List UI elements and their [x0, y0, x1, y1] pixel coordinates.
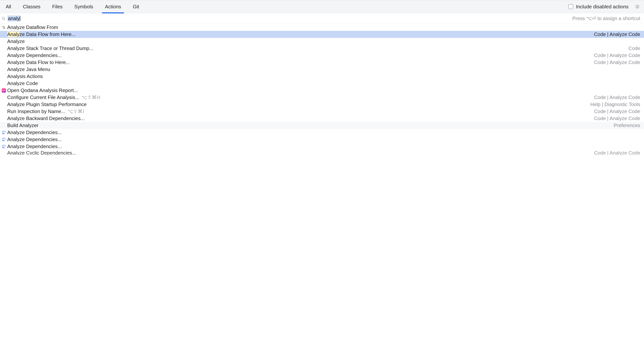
svg-rect-10: [3, 146, 4, 148]
result-row[interactable]: Analyze Stack Trace or Thread Dump...Cod…: [0, 45, 644, 52]
result-label: Analyze Dependencies...: [7, 136, 62, 142]
result-row[interactable]: Analyze Backward Dependencies...Code | A…: [0, 115, 644, 122]
result-label: Run Inspection by Name...: [7, 108, 65, 114]
result-label: Analyze Dependencies...: [7, 130, 62, 136]
svg-rect-11: [4, 147, 5, 148]
result-row[interactable]: Configure Current File Analysis...⌥⇧⌘HCo…: [0, 94, 644, 101]
result-row[interactable]: Open Qodana Analysis Report...: [0, 87, 644, 94]
qodana-icon: [2, 88, 6, 93]
pin-icon[interactable]: [634, 4, 640, 10]
result-row[interactable]: Analysis Actions: [0, 73, 644, 80]
result-path: Code | Analyze Code: [594, 32, 640, 37]
analyze-dependencies-icon: [2, 137, 6, 142]
result-path: Code | Analyze Code: [594, 108, 640, 114]
tab-bar: All Classes Files Symbols Actions Git In…: [0, 0, 644, 13]
result-row[interactable]: Analyze Dependencies...Code | Analyze Co…: [0, 52, 644, 59]
result-label: Analyze Java Menu: [7, 66, 50, 72]
result-path: Help | Diagnostic Tools: [590, 102, 640, 108]
search-icon: [2, 16, 6, 21]
search-input[interactable]: analy: [8, 16, 572, 22]
svg-rect-5: [4, 133, 5, 134]
result-row[interactable]: Analyze Dependencies...: [0, 143, 644, 150]
result-row[interactable]: Run Inspection by Name...⌥⇧⌘ICode | Anal…: [0, 108, 644, 115]
include-disabled-label: Include disabled actions: [576, 4, 628, 10]
svg-rect-7: [3, 140, 4, 141]
result-label: Analyze Data Flow to Here...: [7, 60, 70, 65]
analyze-dependencies-icon: [2, 130, 6, 135]
result-row[interactable]: Analyze Dependencies...: [0, 129, 644, 136]
include-disabled-checkbox[interactable]: [568, 4, 573, 9]
match-highlight: Analy: [7, 32, 20, 37]
result-label: Analyze Dependencies...: [7, 52, 62, 58]
search-value: analy: [8, 16, 20, 21]
results-list: Analyze Dataflow FromAnalyze Data Flow f…: [0, 24, 644, 155]
result-label: Analyze Stack Trace or Thread Dump...: [7, 46, 94, 51]
result-path: Code | Analyze Code: [594, 60, 640, 65]
result-path: Code | Analyze Code: [594, 150, 640, 155]
analyze-dependencies-icon: [2, 144, 6, 149]
result-label: Build Analyzer: [7, 122, 38, 128]
search-row: analy Press ⌥⏎ to assign a shortcut: [0, 13, 644, 24]
result-row[interactable]: Analyze Dependencies...: [0, 136, 644, 143]
result-row[interactable]: Analyze Plugin Startup PerformanceHelp |…: [0, 101, 644, 108]
result-label: Analyze Backward Dependencies...: [7, 116, 85, 122]
result-path: Code | Analyze Code: [594, 94, 640, 100]
sort-icon: [2, 25, 6, 30]
tab-all[interactable]: All: [5, 0, 12, 13]
result-row[interactable]: Analyze Data Flow from Here...Code | Ana…: [0, 31, 644, 38]
toolbar-right: Include disabled actions: [568, 4, 640, 10]
result-label: Analyze Plugin Startup Performance: [7, 102, 86, 108]
result-label: Analyze Data Flow from Here...: [7, 32, 76, 37]
result-row[interactable]: Analyze Code: [0, 80, 644, 87]
result-row[interactable]: Analyze Cyclic Dependencies...Code | Ana…: [0, 150, 644, 155]
result-label: Analysis Actions: [7, 74, 43, 79]
result-label: Analyze Dataflow From: [7, 24, 58, 30]
result-row[interactable]: Analyze Java Menu: [0, 66, 644, 73]
tab-git[interactable]: Git: [132, 0, 140, 13]
result-label: Open Qodana Analysis Report...: [7, 88, 78, 93]
result-label: Analyze: [7, 38, 25, 44]
result-shortcut: ⌥⇧⌘H: [82, 94, 100, 100]
svg-point-1: [2, 17, 4, 19]
result-row[interactable]: Analyze: [0, 38, 644, 45]
svg-rect-3: [2, 133, 3, 134]
result-row[interactable]: Build AnalyzerPreferences: [0, 122, 644, 129]
result-path: Code: [628, 46, 640, 51]
assign-shortcut-hint: Press ⌥⏎ to assign a shortcut: [572, 16, 640, 22]
result-shortcut: ⌥⇧⌘I: [68, 108, 84, 114]
svg-rect-8: [4, 140, 5, 141]
tab-symbols[interactable]: Symbols: [74, 0, 94, 13]
svg-rect-6: [2, 140, 3, 141]
svg-rect-9: [2, 147, 3, 148]
result-row[interactable]: Analyze Data Flow to Here...Code | Analy…: [0, 59, 644, 66]
tab-files[interactable]: Files: [52, 0, 63, 13]
tab-classes[interactable]: Classes: [22, 0, 41, 13]
result-label: Configure Current File Analysis...: [7, 94, 79, 100]
result-path: Preferences: [614, 122, 640, 128]
result-label: Analyze Cyclic Dependencies...: [7, 150, 76, 155]
result-label: Analyze Dependencies...: [7, 144, 62, 150]
result-row[interactable]: Analyze Dataflow From: [0, 24, 644, 31]
svg-line-2: [4, 19, 5, 20]
result-label: Analyze Code: [7, 80, 38, 86]
result-path: Code | Analyze Code: [594, 116, 640, 122]
svg-rect-4: [3, 132, 4, 134]
tab-actions[interactable]: Actions: [104, 0, 122, 13]
result-path: Code | Analyze Code: [594, 52, 640, 58]
